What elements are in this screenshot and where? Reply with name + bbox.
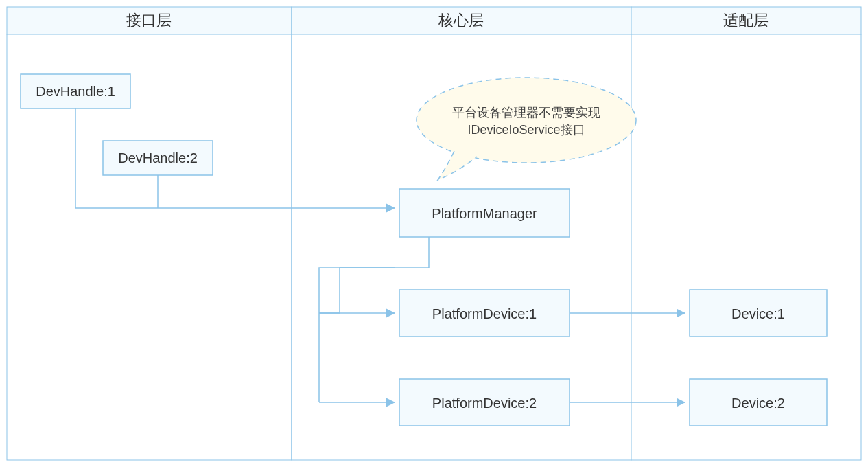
note-line2: IDeviceIoService接口 — [467, 123, 585, 137]
label-devhandle2: DevHandle:2 — [118, 150, 198, 165]
col-core-title: 核心层 — [438, 12, 484, 29]
label-device1: Device:1 — [731, 306, 785, 321]
label-device2: Device:2 — [731, 396, 785, 411]
note-bubble — [417, 78, 636, 163]
label-platformdevice2: PlatformDevice:2 — [432, 396, 537, 411]
label-platformmanager: PlatformManager — [432, 206, 537, 221]
col-adapter-title: 适配层 — [723, 12, 769, 29]
architecture-diagram: 接口层 核心层 适配层 平台设备管理器不需要实现 IDeviceIoServic… — [0, 0, 868, 469]
col-interface-title: 接口层 — [126, 12, 172, 29]
note-line1: 平台设备管理器不需要实现 — [452, 106, 600, 119]
label-devhandle1: DevHandle:1 — [36, 84, 115, 99]
label-platformdevice1: PlatformDevice:1 — [432, 306, 537, 321]
